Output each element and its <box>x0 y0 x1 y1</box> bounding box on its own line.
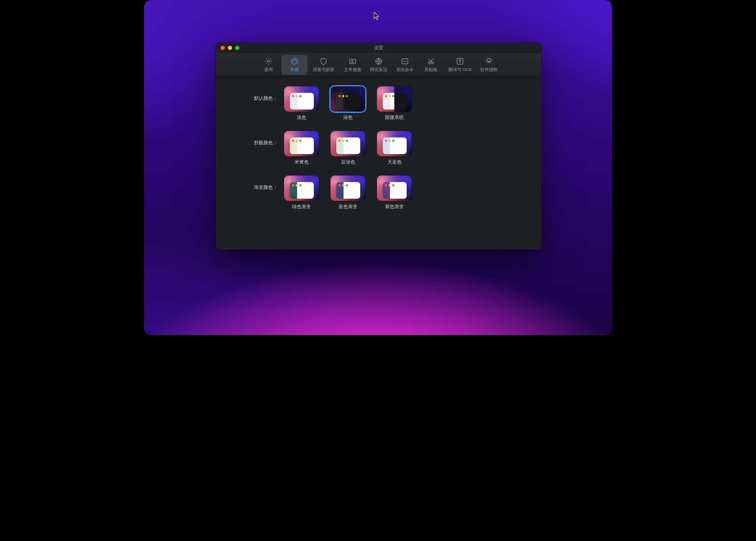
tab-label: 网页直达 <box>370 67 387 73</box>
theme-label: 深色 <box>343 115 353 121</box>
theme-thumb-green-grad <box>284 175 319 201</box>
row-label: 渐变颜色： <box>230 175 284 191</box>
window-controls <box>221 46 239 50</box>
desktop-wallpaper: 设置 通用 外观 <box>144 0 612 335</box>
titlebar: 设置 <box>216 43 542 53</box>
globe-icon <box>375 57 383 65</box>
tab-appearance[interactable]: 外观 <box>282 55 308 75</box>
theme-thumb-beige <box>284 131 319 156</box>
tab-license[interactable]: 软件授权 <box>476 55 502 75</box>
theme-option-beige[interactable]: 米黄色 <box>284 131 319 165</box>
row-label: 舒眼颜色： <box>230 131 284 146</box>
theme-option-blue-grad[interactable]: 蓝色渐变 <box>330 175 365 210</box>
theme-label: 米黄色 <box>295 159 309 165</box>
gear-icon <box>264 57 272 65</box>
theme-thumb-beangreen <box>330 131 365 156</box>
row-gradient-colors: 渐变颜色： 绿色渐变 <box>230 175 528 210</box>
theme-label: 天蓝色 <box>387 159 402 165</box>
svg-point-8 <box>428 62 431 64</box>
tab-clipboard[interactable]: 剪贴板 <box>418 55 444 75</box>
badge-icon <box>320 57 328 65</box>
tab-label: 系统命令 <box>396 67 414 73</box>
window-title: 设置 <box>374 45 383 51</box>
row-label: 默认颜色： <box>230 86 284 102</box>
tab-label: 文件搜索 <box>344 67 361 73</box>
svg-point-1 <box>293 60 293 61</box>
theme-label: 紫色渐变 <box>385 204 404 210</box>
svg-point-0 <box>267 60 270 62</box>
toolbar: 通用 外观 用量与勋章 <box>216 53 542 77</box>
theme-option-beangreen[interactable]: 豆绿色 <box>330 131 365 165</box>
svg-point-2 <box>294 59 295 60</box>
tab-label: 用量与勋章 <box>313 67 334 73</box>
appearance-pane: 默认颜色： 浅色 <box>216 77 542 227</box>
svg-point-5 <box>352 61 353 62</box>
tab-ocr[interactable]: 翻译与 OCR <box>444 55 476 75</box>
tab-usage[interactable]: 用量与勋章 <box>308 55 340 75</box>
theme-option-auto[interactable]: 跟随系统 <box>377 86 412 121</box>
theme-thumb-purple-grad <box>377 175 412 201</box>
settings-window: 设置 通用 外观 <box>216 43 542 249</box>
rosette-icon <box>485 57 493 65</box>
theme-label: 浅色 <box>297 115 306 121</box>
tab-label: 翻译与 OCR <box>448 67 472 73</box>
row-comfort-colors: 舒眼颜色： 米黄色 <box>230 131 528 165</box>
svg-rect-4 <box>350 59 356 63</box>
theme-label: 跟随系统 <box>385 115 404 121</box>
scissors-icon <box>427 57 435 65</box>
tab-general[interactable]: 通用 <box>255 55 282 75</box>
minimize-button[interactable] <box>228 46 232 50</box>
close-button[interactable] <box>221 46 225 50</box>
theme-thumb-auto <box>377 86 412 112</box>
tab-label: 剪贴板 <box>424 67 437 73</box>
theme-option-skyblue[interactable]: 天蓝色 <box>377 131 412 165</box>
tab-shell[interactable]: 系统命令 <box>392 55 418 75</box>
tab-webopen[interactable]: 网页直达 <box>366 55 392 75</box>
theme-label: 绿色渐变 <box>292 204 311 210</box>
theme-option-purple-grad[interactable]: 紫色渐变 <box>377 175 412 210</box>
svg-point-3 <box>296 60 296 61</box>
tab-label: 外观 <box>290 67 299 73</box>
svg-point-9 <box>432 62 434 64</box>
tab-filesearch[interactable]: 文件搜索 <box>340 55 366 75</box>
theme-option-green-grad[interactable]: 绿色渐变 <box>284 175 319 210</box>
terminal-icon <box>401 57 409 65</box>
theme-option-light[interactable]: 浅色 <box>284 86 319 121</box>
zoom-button[interactable] <box>235 46 239 50</box>
row-default-colors: 默认颜色： 浅色 <box>230 86 528 121</box>
tab-label: 通用 <box>264 67 273 73</box>
theme-thumb-light <box>284 86 319 112</box>
theme-label: 蓝色渐变 <box>338 204 357 210</box>
cursor-icon <box>373 12 380 20</box>
folder-search-icon <box>349 57 357 65</box>
theme-option-dark[interactable]: 深色 <box>330 86 365 121</box>
palette-icon <box>291 57 299 65</box>
translate-icon <box>456 57 464 65</box>
tab-label: 软件授权 <box>480 67 498 73</box>
theme-thumb-skyblue <box>377 131 412 156</box>
theme-thumb-dark <box>330 86 365 112</box>
theme-thumb-blue-grad <box>330 175 365 201</box>
theme-label: 豆绿色 <box>341 159 355 165</box>
